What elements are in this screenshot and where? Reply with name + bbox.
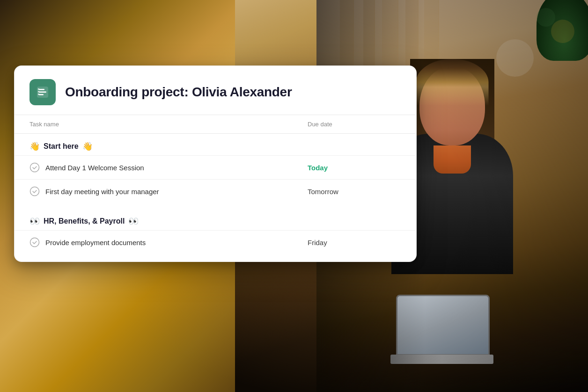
section-emoji-right-2: 👀 (128, 216, 139, 226)
project-title: Onboarding project: Olivia Alexander (65, 85, 292, 100)
col-due-date: Due date (308, 121, 401, 128)
section-title-2: HR, Benefits, & Payroll (44, 217, 125, 225)
check-circle-icon-1 (29, 162, 40, 173)
section-hr: 👀 HR, Benefits, & Payroll 👀 (15, 209, 416, 230)
task-left-2: First day meeting with your manager (29, 186, 308, 196)
due-date-3: Friday (308, 239, 401, 247)
task-list-icon (35, 85, 50, 100)
task-left-3: Provide employment documents (29, 237, 308, 247)
svg-point-7 (30, 163, 39, 172)
task-name-2: First day meeting with your manager (45, 188, 159, 196)
svg-rect-3 (39, 94, 44, 95)
section-gap (15, 203, 416, 209)
due-date-1: Today (308, 164, 401, 172)
svg-point-9 (30, 238, 39, 247)
svg-point-8 (30, 187, 39, 196)
card-header: Onboarding project: Olivia Alexander (15, 66, 416, 115)
svg-rect-4 (38, 88, 39, 90)
plant-decoration (537, 0, 588, 61)
section-emoji-left-1: 👋 (29, 141, 40, 152)
task-row-3[interactable]: Provide employment documents Friday (15, 230, 416, 254)
check-circle-icon-3 (29, 237, 40, 247)
due-date-2: Tomorrow (308, 188, 401, 196)
section-emoji-right-1: 👋 (82, 141, 93, 152)
card-bottom-padding (15, 254, 416, 261)
section-start-here: 👋 Start here 👋 (15, 134, 416, 155)
section-title-1: Start here (44, 142, 79, 151)
svg-rect-6 (38, 94, 39, 95)
task-row-2[interactable]: First day meeting with your manager Tomo… (15, 179, 416, 203)
svg-rect-1 (39, 89, 44, 90)
task-name-1: Attend Day 1 Welcome Session (45, 164, 144, 172)
task-name-3: Provide employment documents (45, 239, 146, 247)
project-card: Onboarding project: Olivia Alexander Tas… (14, 65, 417, 262)
table-header: Task name Due date (15, 115, 416, 134)
task-row-1[interactable]: Attend Day 1 Welcome Session Today (15, 155, 416, 179)
check-circle-icon-2 (29, 186, 40, 196)
col-task-name: Task name (29, 121, 308, 128)
card-container: Onboarding project: Olivia Alexander Tas… (14, 65, 417, 262)
section-emoji-left-2: 👀 (29, 216, 40, 226)
app-icon (29, 79, 56, 105)
svg-rect-5 (38, 91, 39, 93)
svg-rect-2 (39, 92, 46, 93)
task-left-1: Attend Day 1 Welcome Session (29, 162, 308, 173)
